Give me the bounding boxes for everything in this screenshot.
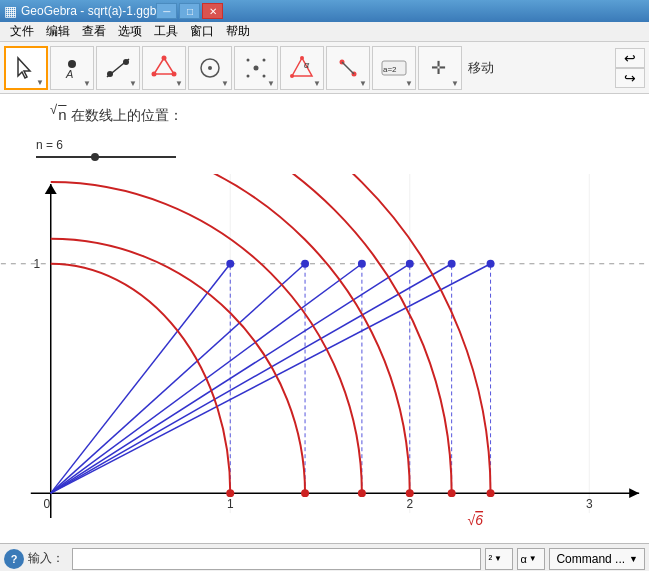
slider-area: n = 6 [36,138,176,158]
polygon-icon [150,54,178,82]
instruction-text: √n 在数线上的位置： [50,102,183,125]
svg-text:✛: ✛ [431,58,446,78]
alpha-label: α [520,553,526,565]
sqrt-n-label: √n [50,106,71,123]
undo-redo-controls: ↩ ↪ [615,48,645,88]
svg-text:2: 2 [406,497,413,511]
undo-button[interactable]: ↩ [615,48,645,68]
tool-arrow2: ▼ [83,79,91,88]
menu-options[interactable]: 选项 [112,21,148,42]
redo-button[interactable]: ↪ [615,68,645,88]
svg-text:A: A [65,68,73,80]
alpha-dropdown[interactable]: α ▼ [517,548,545,570]
line-icon [104,54,132,82]
line-tool-button[interactable]: ▼ [96,46,140,90]
svg-point-64 [487,260,495,268]
move-view-tool-button[interactable]: ✛ ▼ [418,46,462,90]
svg-point-57 [448,489,456,497]
cursor-tool-button[interactable]: ▼ [4,46,48,90]
svg-point-19 [290,74,294,78]
tool-arrow4: ▼ [175,79,183,88]
svg-point-1 [68,60,76,68]
tool-arrow3: ▼ [129,79,137,88]
tool-arrow7: ▼ [313,79,321,88]
alpha-dropdown-arrow: ▼ [529,554,537,563]
instruction-rest: 在数线上的位置： [71,107,183,123]
help-button[interactable]: ? [4,549,24,569]
main-area: √n 在数线上的位置： n = 6 0 1 2 3 1 [0,94,649,543]
special-line-icon [334,54,362,82]
svg-point-53 [226,489,234,497]
special-line-tool-button[interactable]: ▼ [326,46,370,90]
transform-tool-button[interactable]: α ▼ [280,46,324,90]
svg-text:0: 0 [43,497,50,511]
superscript-dropdown[interactable]: ² ▼ [485,548,513,570]
svg-point-59 [226,260,234,268]
move-tool-label: 移动 [468,59,494,77]
close-button[interactable]: ✕ [202,3,223,19]
svg-point-14 [263,58,266,61]
slider-track[interactable] [36,156,176,158]
command-label: Command ... [556,552,625,566]
move-view-icon: ✛ [426,54,454,82]
titlebar: ▦ GeoGebra - sqrt(a)-1.ggb ─ □ ✕ [0,0,649,22]
svg-text:√6: √6 [468,512,484,528]
svg-point-13 [247,58,250,61]
svg-point-12 [254,65,259,70]
superscript-label: ² [488,553,492,565]
minimize-button[interactable]: ─ [156,3,177,19]
svg-line-5 [107,59,129,77]
polygon-tool-button[interactable]: ▼ [142,46,186,90]
special-point-icon [242,54,270,82]
menu-file[interactable]: 文件 [4,21,40,42]
tool-arrow10: ▼ [451,79,459,88]
transform-icon: α [288,54,316,82]
svg-point-9 [152,71,157,76]
svg-point-56 [406,489,414,497]
svg-point-7 [162,55,167,60]
svg-text:1: 1 [227,497,234,511]
svg-text:1: 1 [33,257,40,271]
command-input[interactable] [72,548,481,570]
special-point-tool-button[interactable]: ▼ [234,46,278,90]
graph-canvas[interactable]: 0 1 2 3 1 [0,174,649,543]
svg-text:α: α [304,60,310,70]
menu-view[interactable]: 查看 [76,21,112,42]
input-label: 输入： [28,550,64,567]
toolbar: ▼ A ▼ ▼ ▼ ▼ [0,42,649,94]
svg-point-15 [247,74,250,77]
svg-point-11 [208,66,212,70]
window-controls: ─ □ ✕ [156,3,223,19]
svg-point-8 [172,71,177,76]
slider-thumb[interactable] [91,153,99,161]
tool-arrow8: ▼ [359,79,367,88]
maximize-button[interactable]: □ [179,3,200,19]
conic-tool-button[interactable]: ▼ [188,46,232,90]
svg-point-61 [358,260,366,268]
svg-point-63 [448,260,456,268]
menu-help[interactable]: 帮助 [220,21,256,42]
app-icon: ▦ [4,3,17,19]
superscript-dropdown-arrow: ▼ [494,554,502,563]
svg-marker-0 [18,58,30,78]
menu-window[interactable]: 窗口 [184,21,220,42]
slider-label: n = 6 [36,138,176,152]
menu-edit[interactable]: 编辑 [40,21,76,42]
tool-arrow: ▼ [36,78,44,87]
menubar: 文件 编辑 查看 选项 工具 窗口 帮助 [0,22,649,42]
tool-arrow6: ▼ [267,79,275,88]
command-dropdown-arrow: ▼ [629,554,638,564]
point-tool-button[interactable]: A ▼ [50,46,94,90]
menu-tools[interactable]: 工具 [148,21,184,42]
slider-tool-button[interactable]: a=2 ▼ [372,46,416,90]
tool-arrow5: ▼ [221,79,229,88]
svg-point-54 [301,489,309,497]
point-icon: A [58,54,86,82]
svg-point-16 [263,74,266,77]
svg-point-58 [487,489,495,497]
slider-icon: a=2 [380,54,408,82]
command-button[interactable]: Command ... ▼ [549,548,645,570]
svg-rect-27 [1,174,648,543]
svg-text:3: 3 [586,497,593,511]
svg-point-55 [358,489,366,497]
